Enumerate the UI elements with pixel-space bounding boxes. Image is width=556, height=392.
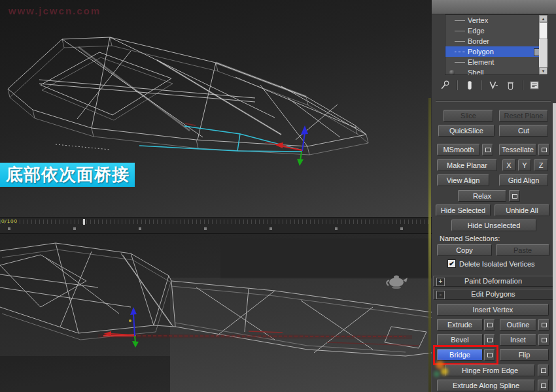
inset-button[interactable]: Inset: [500, 334, 536, 346]
modifier-bulb-icon: [449, 70, 455, 75]
hide-unselected-button[interactable]: Hide Unselected: [451, 220, 536, 231]
stack-item-shell[interactable]: Shell: [445, 67, 547, 75]
timeline-frame-dots: [8, 227, 440, 230]
time-slider-marker[interactable]: [83, 219, 85, 225]
time-slider-frame-label: 0/100: [1, 218, 18, 224]
checkbox-check-icon: ✔: [447, 259, 456, 268]
selected-edges-red: [98, 331, 419, 346]
3dsmax-window: www.jcwcn.com 底部依次面桥接 0/100: [0, 0, 556, 392]
panel-divider: [436, 101, 551, 102]
modifier-stack-list: Vertex Edge Border Polygon Element Shell…: [445, 14, 548, 75]
grid-align-button[interactable]: Grid Align: [499, 174, 548, 186]
relax-settings-button[interactable]: [509, 190, 520, 202]
command-panel: Vertex Edge Border Polygon Element Shell…: [432, 0, 556, 392]
stack-item-label: Border: [468, 37, 489, 45]
scroll-thumb[interactable]: [539, 22, 547, 39]
make-planar-button[interactable]: Make Planar: [437, 159, 497, 171]
extrude-settings-button[interactable]: [484, 319, 495, 331]
site-watermark: www.jcwcn.com: [9, 5, 101, 16]
panel-scrollbar[interactable]: [553, 103, 556, 392]
rollout-collapse-icon: -: [436, 291, 445, 299]
flip-button[interactable]: Flip: [500, 349, 549, 361]
axis-y-button[interactable]: Y: [518, 159, 531, 171]
rollout-title: Edit Polygons: [471, 290, 515, 298]
stack-item-label: Polygon: [468, 48, 494, 56]
paste-button[interactable]: Paste: [496, 244, 549, 256]
stack-item-label: Element: [468, 58, 494, 66]
stack-item-label: Shell: [468, 69, 483, 75]
rollout-title: Paint Deformation: [464, 277, 522, 285]
teapot-icon: [387, 276, 408, 289]
stack-item-label: Vertex: [468, 16, 488, 24]
bridge-preview-edges: [139, 126, 302, 152]
slice-button[interactable]: Slice: [443, 110, 493, 122]
delete-isolated-vertices-checkbox[interactable]: ✔ Delete Isolated Vertices: [447, 259, 535, 268]
outline-settings-button[interactable]: [538, 319, 549, 331]
stack-item-element[interactable]: Element: [445, 57, 547, 67]
make-unique-icon[interactable]: [488, 80, 499, 91]
tree-stub: [455, 41, 465, 42]
rollout-paint-deformation[interactable]: + Paint Deformation: [433, 276, 553, 287]
cursor-artifact: [441, 368, 448, 375]
tessellate-settings-button[interactable]: [538, 144, 549, 155]
msmooth-button[interactable]: MSmooth: [437, 144, 480, 155]
show-end-result-icon[interactable]: [464, 80, 475, 91]
extrude-along-spline-button[interactable]: Extrude Along Spline: [437, 380, 535, 391]
hide-selected-button[interactable]: Hide Selected: [436, 204, 491, 216]
view-align-button[interactable]: View Align: [437, 174, 489, 186]
outline-button[interactable]: Outline: [500, 319, 536, 331]
viewport-perspective-bottom[interactable]: [0, 234, 432, 392]
pin-stack-icon[interactable]: [440, 80, 451, 91]
toolbar-separator: [457, 80, 458, 90]
toolbar-separator: [481, 80, 482, 90]
tree-stub: [455, 62, 465, 63]
remove-modifier-icon[interactable]: [505, 80, 516, 91]
cut-button[interactable]: Cut: [499, 125, 548, 137]
bevel-settings-button[interactable]: [484, 334, 495, 346]
unhide-all-button[interactable]: Unhide All: [495, 204, 549, 216]
scroll-down-icon[interactable]: ▾: [539, 67, 547, 74]
checkbox-label: Delete Isolated Vertices: [459, 260, 535, 268]
viewport-perspective-top[interactable]: www.jcwcn.com 底部依次面桥接: [0, 0, 432, 217]
rollout-edit-polygons[interactable]: - Edit Polygons: [433, 289, 553, 300]
extrude-along-spline-settings-button[interactable]: [538, 380, 549, 391]
tessellate-button[interactable]: Tessellate: [499, 144, 536, 155]
stack-scrollbar[interactable]: ▴ ▾: [539, 15, 547, 74]
tree-stub: [455, 20, 465, 21]
stack-item-vertex[interactable]: Vertex: [445, 15, 547, 25]
stack-item-label: Edge: [468, 27, 485, 35]
inset-settings-button[interactable]: [538, 334, 549, 346]
insert-vertex-button[interactable]: Insert Vertex: [437, 304, 549, 316]
named-selections-label: Named Selections:: [440, 235, 500, 242]
timeline-ticks: [0, 220, 432, 224]
hinge-settings-button[interactable]: [538, 365, 549, 376]
stack-item-polygon-selected[interactable]: Polygon: [445, 46, 547, 57]
track-bar-timeline[interactable]: 0/100: [0, 217, 432, 234]
axis-z-button[interactable]: Z: [534, 159, 548, 171]
extrude-button[interactable]: Extrude: [437, 319, 483, 331]
axis-x-button[interactable]: X: [502, 159, 515, 171]
tree-stub: [455, 52, 465, 52]
wireframe-model-bottom: [0, 234, 432, 392]
scroll-up-icon[interactable]: ▴: [539, 15, 547, 22]
quickslice-button[interactable]: QuickSlice: [438, 125, 495, 137]
copy-button[interactable]: Copy: [437, 244, 492, 256]
bevel-button[interactable]: Bevel: [437, 334, 483, 346]
hinge-from-edge-button[interactable]: Hinge From Edge: [445, 365, 535, 376]
tree-stub: [455, 31, 465, 31]
msmooth-settings-button[interactable]: [482, 144, 493, 155]
reset-plane-button[interactable]: Reset Plane: [499, 110, 548, 122]
rollout-expand-icon: +: [436, 278, 445, 286]
toolbar-separator: [522, 80, 523, 90]
panel-header-band: [432, 0, 556, 14]
configure-modifier-sets-icon[interactable]: [529, 80, 540, 91]
panel-edge-artifact: [428, 98, 431, 392]
stack-item-edge[interactable]: Edge: [445, 25, 547, 36]
stack-item-border[interactable]: Border: [445, 36, 547, 46]
cursor-artifact: [434, 371, 440, 377]
tutorial-caption-banner: 底部依次面桥接: [0, 163, 135, 187]
relax-button[interactable]: Relax: [458, 190, 506, 202]
stack-toolbar: [440, 77, 551, 93]
